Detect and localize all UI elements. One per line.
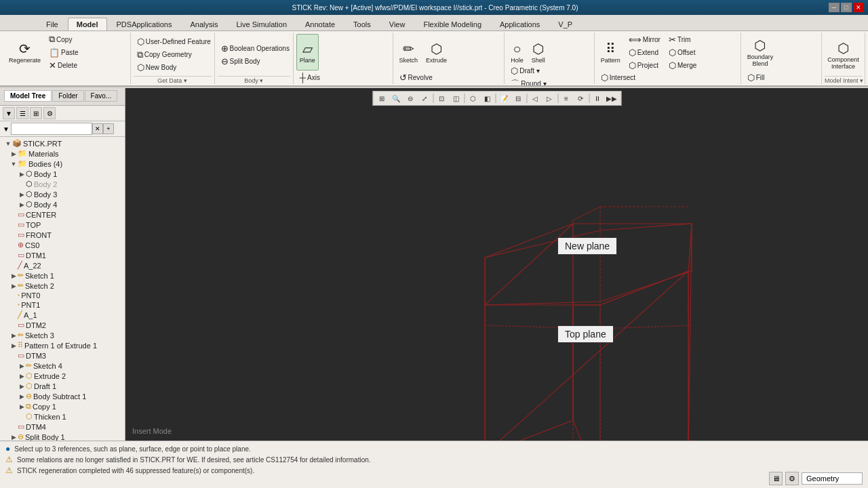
- annotation-toggle[interactable]: 📝: [497, 92, 511, 104]
- minimize-button[interactable]: ─: [829, 3, 840, 12]
- tree-settings-button[interactable]: ⚙: [43, 107, 56, 119]
- tab-pds[interactable]: PDSApplications: [108, 18, 181, 30]
- split-body-button[interactable]: ⊖ Split Body: [218, 55, 293, 67]
- tree-filter-button[interactable]: ▼: [3, 107, 15, 119]
- prev-view-button[interactable]: ◁: [528, 92, 542, 104]
- tab-flexible[interactable]: Flexible Modeling: [414, 18, 490, 30]
- style-button[interactable]: ⬡ Style: [744, 84, 787, 87]
- display-mode-button[interactable]: ◧: [480, 92, 494, 104]
- pause-regen-button[interactable]: ⏸: [591, 92, 604, 104]
- maximize-button[interactable]: □: [841, 3, 852, 12]
- tree-item-body3[interactable]: ▶ ⬡ Body 3: [0, 189, 125, 199]
- user-def-feat-button[interactable]: ⬡ User-Defined Feature: [134, 36, 214, 48]
- copy-geom-button[interactable]: ⧉ Copy Geometry: [134, 49, 214, 61]
- tab-model[interactable]: Model: [68, 18, 107, 30]
- search-input[interactable]: [11, 123, 92, 135]
- point-button[interactable]: • Point ▾: [296, 84, 370, 87]
- fill-button[interactable]: ⬡ Fill: [744, 71, 787, 83]
- display-style-button[interactable]: ⬡: [466, 92, 479, 104]
- boundary-blend-button[interactable]: ⬡ BoundaryBlend: [744, 34, 777, 70]
- next-view-button[interactable]: ▷: [542, 92, 556, 104]
- tree-item-body4[interactable]: ▶ ⬡ Body 4: [0, 199, 125, 209]
- round-button[interactable]: ⌒ Round ▾: [507, 78, 552, 87]
- tree-item-sketch2[interactable]: ▶ ✏ Sketch 2: [0, 281, 125, 291]
- copy-button[interactable]: ⧉ Copy: [45, 33, 82, 45]
- tree-item-extrude2[interactable]: ▶ ⬡ Extrude 2: [0, 371, 125, 381]
- sketch-button[interactable]: ✏ Sketch: [396, 34, 422, 70]
- tree-item-center[interactable]: ▭ CENTER: [0, 209, 125, 220]
- repaint-button[interactable]: ⟳: [574, 92, 587, 104]
- tree-expand-all[interactable]: ⊞: [30, 107, 42, 119]
- tree-item-materials[interactable]: ▶ 📁 Materials: [0, 148, 125, 159]
- tab-annotate[interactable]: Annotate: [296, 18, 344, 30]
- intersect-button[interactable]: ⬡ Intersect: [597, 71, 639, 83]
- saved-views-button[interactable]: ⊡: [435, 92, 448, 104]
- pattern-button[interactable]: ⠿ Pattern: [597, 34, 624, 70]
- tree-item-pattern1[interactable]: ▶ ⠿ Pattern 1 of Extrude 1: [0, 340, 125, 350]
- tree-item-dtm4[interactable]: ▭ DTM4: [0, 422, 125, 432]
- shrinkwrap-button[interactable]: ◈ Shrinkwrap: [5, 84, 54, 87]
- tree-item-body1[interactable]: ▶ ⬡ Body 1: [0, 169, 125, 179]
- tree-item-stick-prt[interactable]: ▼ 📦 STICK.PRT: [0, 138, 125, 148]
- extrude-button[interactable]: ⬡ Extrude: [422, 34, 450, 70]
- plane-button[interactable]: ▱ Plane: [296, 34, 319, 70]
- tree-cols-button[interactable]: ☰: [16, 107, 28, 119]
- sweep-button[interactable]: ⟿ Sweep ▾: [396, 84, 450, 87]
- tree-item-a1[interactable]: ╱ A_1: [0, 310, 125, 320]
- tree-item-sketch4[interactable]: ▶ ✏ Sketch 4: [0, 361, 125, 371]
- draft-button[interactable]: ⬡ Draft ▾: [507, 65, 552, 77]
- more-view-button[interactable]: ▶▶: [605, 92, 618, 104]
- body-label[interactable]: Body ▾: [218, 76, 290, 84]
- solidify-button[interactable]: ⬡ Solidify: [597, 84, 639, 87]
- close-button[interactable]: ✕: [853, 3, 864, 12]
- tree-item-dtm2[interactable]: ▭ DTM2: [0, 320, 125, 330]
- offset-button[interactable]: ⬡ Offset: [665, 46, 700, 58]
- fit-screen-button[interactable]: ⤢: [418, 92, 431, 104]
- delete-button[interactable]: ✕ Delete: [45, 59, 82, 71]
- tree-tab-favo[interactable]: Favo...: [85, 90, 118, 102]
- boolean-ops-button[interactable]: ⊕ Boolean Operations: [218, 42, 293, 54]
- viewport[interactable]: ⊞ 🔍 ⊖ ⤢ ⊡ ◫ ⬡ ◧ 📝 ⊟ ◁ ▷ ≡ ⟳ ⏸ ▶▶: [125, 88, 868, 441]
- get-data-label[interactable]: Get Data ▾: [134, 76, 212, 84]
- 3d-orient-button[interactable]: ◫: [449, 92, 462, 104]
- tab-live-sim[interactable]: Live Simulation: [227, 18, 296, 30]
- component-interface-button[interactable]: ⬡ ComponentInterface: [825, 37, 862, 73]
- model-intent-label[interactable]: Model Intent ▾: [825, 76, 862, 84]
- regenerate-button[interactable]: ⟳ Regenerate: [5, 34, 44, 70]
- tree-item-front[interactable]: ▭ FRONT: [0, 230, 125, 240]
- tab-analysis[interactable]: Analysis: [181, 18, 226, 30]
- zoom-out-button[interactable]: ⊖: [403, 92, 417, 104]
- mirror-button[interactable]: ⟺ Mirror: [625, 33, 664, 45]
- tree-item-draft1[interactable]: ▶ ⬡ Draft 1: [0, 381, 125, 391]
- tree-item-bodies[interactable]: ▼ 📁 Bodies (4): [0, 159, 125, 169]
- revolve-button[interactable]: ↺ Revolve: [396, 71, 450, 83]
- tree-tab-folder[interactable]: Folder: [52, 90, 83, 102]
- extend-button[interactable]: ⬡ Extend: [625, 46, 664, 58]
- tree-item-body-subtract1[interactable]: ▶ ⊖ Body Subtract 1: [0, 391, 125, 401]
- tree-tab-model-tree[interactable]: Model Tree: [4, 90, 52, 102]
- tree-item-split-body1[interactable]: ▶ ⊖ Split Body 1: [0, 432, 125, 441]
- tree-item-cs0[interactable]: ⊕ CS0: [0, 240, 125, 250]
- clear-search-button[interactable]: ✕: [92, 123, 103, 134]
- tree-item-top[interactable]: ▭ TOP: [0, 220, 125, 230]
- axis-button[interactable]: ┼ Axis: [296, 71, 370, 83]
- zoom-area-button[interactable]: ⊞: [375, 92, 389, 104]
- status-icon-button2[interactable]: ⚙: [785, 472, 799, 485]
- tree-item-body2[interactable]: ⬡ Body 2: [0, 179, 125, 189]
- tab-file[interactable]: File: [37, 18, 67, 30]
- tree-item-sketch1[interactable]: ▶ ✏ Sketch 1: [0, 270, 125, 281]
- section-view-button[interactable]: ⊟: [511, 92, 525, 104]
- tree-item-dtm3[interactable]: ▭ DTM3: [0, 350, 125, 361]
- tree-item-dtm1[interactable]: ▭ DTM1: [0, 250, 125, 260]
- project-button[interactable]: ⬡ Project: [625, 59, 664, 71]
- merge-button[interactable]: ⬡ Merge: [665, 59, 700, 71]
- new-body-button[interactable]: ⬡ New Body: [134, 62, 214, 74]
- tab-tools[interactable]: Tools: [344, 18, 380, 30]
- tree-item-sketch3[interactable]: ▶ ✏ Sketch 3: [0, 330, 125, 340]
- tree-item-a22[interactable]: ╱ A_22: [0, 260, 125, 270]
- add-search-button[interactable]: +: [103, 123, 114, 134]
- tree-item-thicken1[interactable]: ⬡ Thicken 1: [0, 411, 125, 422]
- paste-button[interactable]: 📋 Paste: [45, 46, 82, 58]
- zoom-in-button[interactable]: 🔍: [389, 92, 403, 104]
- trim-button[interactable]: ✂ Trim: [665, 33, 700, 45]
